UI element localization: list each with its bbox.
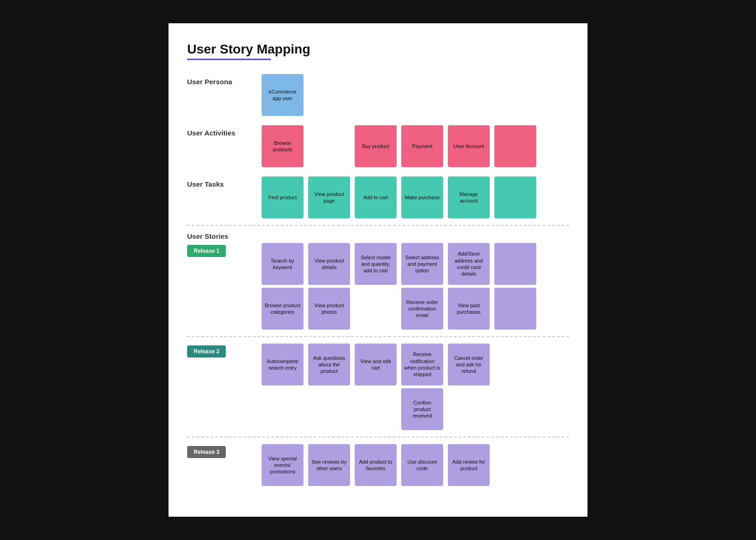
card-order-confirmation: Receive order confirmation email xyxy=(401,288,443,330)
card-ecommerce-user: eCommerce app user xyxy=(262,74,304,116)
card-ask-questions: Ask questions about the product xyxy=(308,344,350,385)
card-add-review: Add review for product xyxy=(448,444,490,486)
card-add-save-address: Add/Save address and credit card details xyxy=(448,243,490,285)
user-stories-header: User Stories xyxy=(187,232,569,240)
card-view-edit-cart: View and edit cart xyxy=(355,344,397,385)
persona-label: User Persona xyxy=(187,74,262,86)
release-1-badge[interactable]: Release 1 xyxy=(187,245,226,257)
card-r1-row2-spacer xyxy=(355,288,397,330)
divider-1 xyxy=(187,225,569,226)
card-spacer-1 xyxy=(308,125,350,167)
card-select-model: Select model and quantity, add to cart xyxy=(355,243,397,285)
release-2-row2: Confirm product received xyxy=(187,388,569,430)
activities-section: User Activities Browse products Buy prod… xyxy=(187,125,569,167)
release-3-header-row: Release 3 View special events/ promotion… xyxy=(187,444,569,486)
card-select-address: Select address and payment option xyxy=(401,243,443,285)
card-task-empty xyxy=(494,176,536,218)
release-1-row2: Browse product categories View product p… xyxy=(187,288,569,330)
release-2-row2-cards: Confirm product received xyxy=(262,388,569,430)
card-view-photos: View product photos xyxy=(308,288,350,330)
card-search-keyword: Search by keyword xyxy=(262,243,304,285)
card-r2-spacer2 xyxy=(308,388,350,430)
release-2-badge[interactable]: Release 2 xyxy=(187,345,226,358)
card-browse-products: Browse products xyxy=(262,125,304,167)
release-1-header-row: Release 1 Search by keyword View product… xyxy=(187,243,569,285)
release-2-block: Release 2 Autocomplete search entry Ask … xyxy=(187,344,569,430)
card-make-purchase: Make purchase xyxy=(401,176,443,218)
user-stories-label: User Stories xyxy=(187,232,262,240)
card-notification-shipped: Receive notification when product is shi… xyxy=(401,344,443,385)
card-view-product-page: View product page xyxy=(308,176,350,218)
card-user-account: User Account xyxy=(448,125,490,167)
release-1-label-col: Release 1 xyxy=(187,243,262,257)
divider-2 xyxy=(187,336,569,337)
card-buy-product: Buy product xyxy=(355,125,397,167)
card-view-product-details: View product details xyxy=(308,243,350,285)
tasks-label: User Tasks xyxy=(187,176,262,188)
card-past-purchases: View past purchases xyxy=(448,288,490,330)
release-3-block: Release 3 View special events/ promotion… xyxy=(187,444,569,486)
card-autocomplete: Autocomplete search entry xyxy=(262,344,304,385)
divider-3 xyxy=(187,437,569,438)
persona-cards: eCommerce app user xyxy=(262,74,569,116)
tasks-cards: Find product View product page Add to ca… xyxy=(262,176,569,218)
card-r2-spacer1 xyxy=(262,388,304,430)
card-find-product: Find product xyxy=(262,176,304,218)
card-special-events: View special events/ promotions xyxy=(262,444,304,486)
activities-cards: Browse products Buy product Payment User… xyxy=(262,125,569,167)
release-2-header-row: Release 2 Autocomplete search entry Ask … xyxy=(187,344,569,385)
card-payment: Payment xyxy=(401,125,443,167)
card-browse-categories: Browse product categories xyxy=(262,288,304,330)
card-see-reviews: See reviews by other users xyxy=(308,444,350,486)
release-3-row1-cards: View special events/ promotions See revi… xyxy=(262,444,569,486)
card-discount-code: Use discount code xyxy=(401,444,443,486)
title-underline xyxy=(187,59,271,60)
release-2-row1-cards: Autocomplete search entry Ask questions … xyxy=(262,344,569,385)
tasks-section: User Tasks Find product View product pag… xyxy=(187,176,569,218)
card-confirm-received: Confirm product received xyxy=(401,388,443,430)
release-2-label-col: Release 2 xyxy=(187,344,262,358)
card-add-to-cart: Add to cart xyxy=(355,176,397,218)
release-1-block: Release 1 Search by keyword View product… xyxy=(187,243,569,330)
card-r1-row1-empty xyxy=(494,243,536,285)
release-1-row1-cards: Search by keyword View product details S… xyxy=(262,243,569,285)
release-3-label-col: Release 3 xyxy=(187,444,262,458)
card-cancel-order: Cancel order and ask for refund xyxy=(448,344,490,385)
card-r2-spacer3 xyxy=(355,388,397,430)
card-manage-account: Manage account xyxy=(448,176,490,218)
release-1-row2-cards: Browse product categories View product p… xyxy=(262,288,569,330)
page-title: User Story Mapping xyxy=(187,42,569,57)
card-r1-row2-empty xyxy=(494,288,536,330)
main-canvas: User Story Mapping User Persona eCommerc… xyxy=(169,23,587,517)
release-3-badge[interactable]: Release 3 xyxy=(187,446,226,458)
card-add-favorites: Add product to favorites xyxy=(355,444,397,486)
activities-label: User Activities xyxy=(187,125,262,137)
card-activity-empty xyxy=(494,125,536,167)
persona-section: User Persona eCommerce app user xyxy=(187,74,569,116)
